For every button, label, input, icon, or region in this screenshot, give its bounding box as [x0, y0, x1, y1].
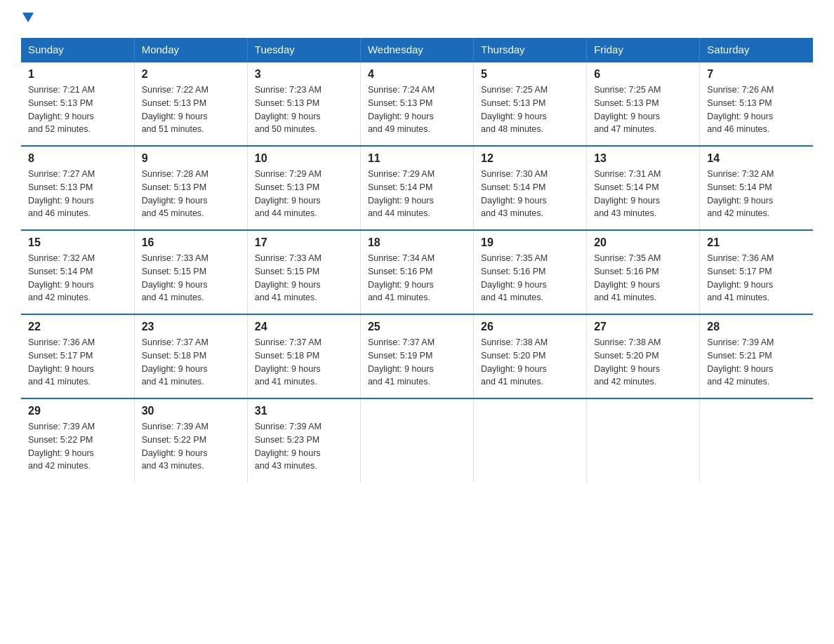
day-info: Sunrise: 7:29 AM Sunset: 5:14 PM Dayligh…	[368, 168, 466, 220]
logo	[21, 14, 34, 24]
day-number: 6	[594, 68, 692, 81]
calendar-cell: 6 Sunrise: 7:25 AM Sunset: 5:13 PM Dayli…	[587, 62, 700, 146]
calendar-week-row: 29 Sunrise: 7:39 AM Sunset: 5:22 PM Dayl…	[21, 398, 813, 483]
calendar-cell: 22 Sunrise: 7:36 AM Sunset: 5:17 PM Dayl…	[21, 314, 134, 398]
day-info: Sunrise: 7:37 AM Sunset: 5:18 PM Dayligh…	[142, 336, 240, 389]
day-info: Sunrise: 7:37 AM Sunset: 5:18 PM Dayligh…	[255, 336, 353, 389]
day-number: 26	[481, 321, 579, 333]
day-info: Sunrise: 7:27 AM Sunset: 5:13 PM Dayligh…	[28, 168, 127, 220]
calendar-cell: 24 Sunrise: 7:37 AM Sunset: 5:18 PM Dayl…	[247, 314, 360, 398]
calendar-cell: 5 Sunrise: 7:25 AM Sunset: 5:13 PM Dayli…	[474, 62, 587, 146]
calendar-cell: 8 Sunrise: 7:27 AM Sunset: 5:13 PM Dayli…	[21, 146, 134, 230]
weekday-header-row: SundayMondayTuesdayWednesdayThursdayFrid…	[21, 38, 813, 62]
day-info: Sunrise: 7:23 AM Sunset: 5:13 PM Dayligh…	[255, 83, 353, 136]
day-number: 12	[481, 152, 579, 165]
day-number: 1	[28, 68, 127, 81]
calendar-cell: 1 Sunrise: 7:21 AM Sunset: 5:13 PM Dayli…	[21, 62, 134, 146]
weekday-header-sunday: Sunday	[21, 38, 134, 62]
weekday-header-saturday: Saturday	[700, 38, 813, 62]
calendar-cell: 12 Sunrise: 7:30 AM Sunset: 5:14 PM Dayl…	[474, 146, 587, 230]
day-number: 31	[255, 405, 353, 417]
day-number: 2	[142, 68, 240, 81]
calendar-cell: 27 Sunrise: 7:38 AM Sunset: 5:20 PM Dayl…	[587, 314, 700, 398]
calendar-week-row: 15 Sunrise: 7:32 AM Sunset: 5:14 PM Dayl…	[21, 230, 813, 314]
day-number: 28	[707, 321, 806, 333]
day-number: 22	[28, 321, 127, 333]
day-number: 7	[707, 68, 806, 81]
weekday-header-tuesday: Tuesday	[247, 38, 360, 62]
day-number: 5	[481, 68, 579, 81]
calendar-body: 1 Sunrise: 7:21 AM Sunset: 5:13 PM Dayli…	[21, 62, 813, 483]
calendar-cell: 14 Sunrise: 7:32 AM Sunset: 5:14 PM Dayl…	[700, 146, 813, 230]
day-info: Sunrise: 7:38 AM Sunset: 5:20 PM Dayligh…	[481, 336, 579, 389]
day-info: Sunrise: 7:39 AM Sunset: 5:21 PM Dayligh…	[707, 336, 806, 389]
day-number: 3	[255, 68, 353, 81]
calendar-cell	[360, 398, 473, 483]
day-info: Sunrise: 7:28 AM Sunset: 5:13 PM Dayligh…	[142, 168, 240, 220]
day-info: Sunrise: 7:33 AM Sunset: 5:15 PM Dayligh…	[142, 252, 240, 304]
calendar-week-row: 8 Sunrise: 7:27 AM Sunset: 5:13 PM Dayli…	[21, 146, 813, 230]
day-info: Sunrise: 7:22 AM Sunset: 5:13 PM Dayligh…	[142, 83, 240, 136]
day-number: 15	[28, 236, 127, 249]
day-info: Sunrise: 7:32 AM Sunset: 5:14 PM Dayligh…	[28, 252, 127, 304]
calendar-cell: 4 Sunrise: 7:24 AM Sunset: 5:13 PM Dayli…	[360, 62, 473, 146]
calendar-cell: 17 Sunrise: 7:33 AM Sunset: 5:15 PM Dayl…	[247, 230, 360, 314]
calendar-cell	[587, 398, 700, 483]
calendar-cell: 20 Sunrise: 7:35 AM Sunset: 5:16 PM Dayl…	[587, 230, 700, 314]
day-info: Sunrise: 7:31 AM Sunset: 5:14 PM Dayligh…	[594, 168, 692, 220]
day-info: Sunrise: 7:25 AM Sunset: 5:13 PM Dayligh…	[481, 83, 579, 136]
calendar-cell: 18 Sunrise: 7:34 AM Sunset: 5:16 PM Dayl…	[360, 230, 473, 314]
day-number: 11	[368, 152, 466, 165]
day-number: 27	[594, 321, 692, 333]
day-number: 13	[594, 152, 692, 165]
calendar-cell: 19 Sunrise: 7:35 AM Sunset: 5:16 PM Dayl…	[474, 230, 587, 314]
day-number: 20	[594, 236, 692, 249]
day-info: Sunrise: 7:39 AM Sunset: 5:22 PM Dayligh…	[142, 420, 240, 473]
day-info: Sunrise: 7:35 AM Sunset: 5:16 PM Dayligh…	[594, 252, 692, 304]
day-info: Sunrise: 7:36 AM Sunset: 5:17 PM Dayligh…	[707, 252, 806, 304]
calendar-cell: 7 Sunrise: 7:26 AM Sunset: 5:13 PM Dayli…	[700, 62, 813, 146]
day-number: 25	[368, 321, 466, 333]
day-info: Sunrise: 7:25 AM Sunset: 5:13 PM Dayligh…	[594, 83, 692, 136]
calendar-cell: 10 Sunrise: 7:29 AM Sunset: 5:13 PM Dayl…	[247, 146, 360, 230]
day-info: Sunrise: 7:38 AM Sunset: 5:20 PM Dayligh…	[594, 336, 692, 389]
calendar-cell: 26 Sunrise: 7:38 AM Sunset: 5:20 PM Dayl…	[474, 314, 587, 398]
day-number: 16	[142, 236, 240, 249]
calendar-cell	[474, 398, 587, 483]
day-info: Sunrise: 7:21 AM Sunset: 5:13 PM Dayligh…	[28, 83, 127, 136]
calendar-cell: 9 Sunrise: 7:28 AM Sunset: 5:13 PM Dayli…	[134, 146, 247, 230]
day-number: 29	[28, 405, 127, 417]
calendar-cell: 23 Sunrise: 7:37 AM Sunset: 5:18 PM Dayl…	[134, 314, 247, 398]
day-info: Sunrise: 7:29 AM Sunset: 5:13 PM Dayligh…	[255, 168, 353, 220]
day-number: 24	[255, 321, 353, 333]
calendar-cell	[700, 398, 813, 483]
weekday-header-thursday: Thursday	[474, 38, 587, 62]
day-info: Sunrise: 7:26 AM Sunset: 5:13 PM Dayligh…	[707, 83, 806, 136]
calendar-cell: 15 Sunrise: 7:32 AM Sunset: 5:14 PM Dayl…	[21, 230, 134, 314]
weekday-header-monday: Monday	[134, 38, 247, 62]
calendar-cell: 29 Sunrise: 7:39 AM Sunset: 5:22 PM Dayl…	[21, 398, 134, 483]
day-number: 10	[255, 152, 353, 165]
calendar-week-row: 22 Sunrise: 7:36 AM Sunset: 5:17 PM Dayl…	[21, 314, 813, 398]
day-info: Sunrise: 7:34 AM Sunset: 5:16 PM Dayligh…	[368, 252, 466, 304]
calendar-cell: 11 Sunrise: 7:29 AM Sunset: 5:14 PM Dayl…	[360, 146, 473, 230]
day-number: 14	[707, 152, 806, 165]
calendar-cell: 3 Sunrise: 7:23 AM Sunset: 5:13 PM Dayli…	[247, 62, 360, 146]
day-number: 8	[28, 152, 127, 165]
day-number: 18	[368, 236, 466, 249]
day-info: Sunrise: 7:36 AM Sunset: 5:17 PM Dayligh…	[28, 336, 127, 389]
calendar-week-row: 1 Sunrise: 7:21 AM Sunset: 5:13 PM Dayli…	[21, 62, 813, 146]
day-info: Sunrise: 7:30 AM Sunset: 5:14 PM Dayligh…	[481, 168, 579, 220]
day-number: 23	[142, 321, 240, 333]
calendar-cell: 16 Sunrise: 7:33 AM Sunset: 5:15 PM Dayl…	[134, 230, 247, 314]
day-info: Sunrise: 7:35 AM Sunset: 5:16 PM Dayligh…	[481, 252, 579, 304]
day-number: 19	[481, 236, 579, 249]
day-info: Sunrise: 7:37 AM Sunset: 5:19 PM Dayligh…	[368, 336, 466, 389]
day-info: Sunrise: 7:33 AM Sunset: 5:15 PM Dayligh…	[255, 252, 353, 304]
calendar-cell: 31 Sunrise: 7:39 AM Sunset: 5:23 PM Dayl…	[247, 398, 360, 483]
weekday-header-wednesday: Wednesday	[360, 38, 473, 62]
calendar-table: SundayMondayTuesdayWednesdayThursdayFrid…	[21, 38, 813, 483]
calendar-cell: 28 Sunrise: 7:39 AM Sunset: 5:21 PM Dayl…	[700, 314, 813, 398]
day-number: 9	[142, 152, 240, 165]
logo-triangle-icon	[22, 13, 34, 22]
